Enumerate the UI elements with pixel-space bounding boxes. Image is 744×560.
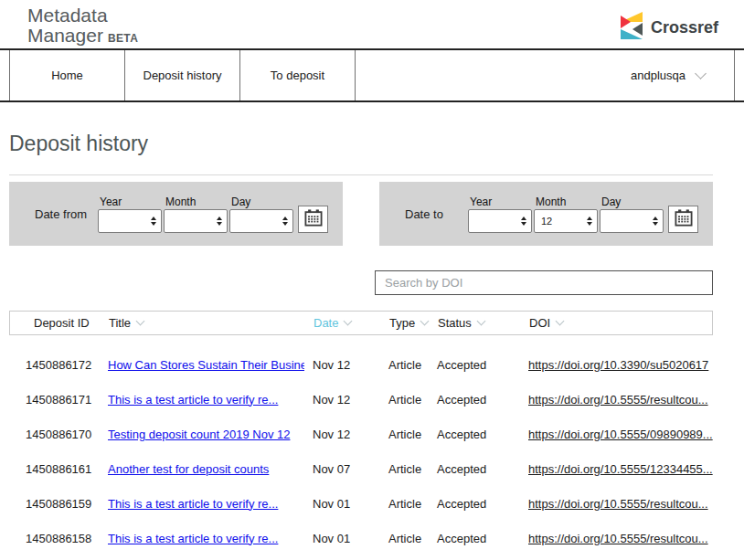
nav-item-home[interactable]: Home <box>9 50 124 100</box>
up-down-arrows-icon <box>653 217 658 226</box>
table-row: 1450886172 How Can Stores Sustain Their … <box>9 347 713 382</box>
date-cell: Nov 12 <box>313 428 388 441</box>
date-from-year-select[interactable] <box>98 209 162 233</box>
chevron-down-icon <box>344 317 353 326</box>
user-menu[interactable]: andplusqa <box>355 50 735 100</box>
username: andplusqa <box>631 69 686 82</box>
column-header-doi[interactable]: DOI <box>529 316 712 330</box>
doi-link[interactable]: https://doi.org/10.5555/resultcou... <box>528 393 713 407</box>
year-label: Year <box>100 195 162 208</box>
date-cell: Nov 01 <box>313 532 388 545</box>
day-label: Day <box>231 195 293 208</box>
date-to-filter: Date to Year Month 12 D <box>379 182 713 246</box>
day-label: Day <box>601 195 664 208</box>
doi-link[interactable]: https://doi.org/10.5555/09890989... <box>528 428 713 441</box>
type-cell: Article <box>388 428 437 441</box>
column-header-date[interactable]: Date <box>314 316 389 330</box>
app-title-line2: Manager <box>27 26 103 46</box>
nav-item-label: To deposit <box>271 69 324 82</box>
date-to-calendar-button[interactable] <box>668 206 698 233</box>
column-header-type[interactable]: Type <box>389 316 438 330</box>
title-link[interactable]: This is a test article to verify re... <box>108 532 304 545</box>
title-link[interactable]: How Can Stores Sustain Their Busine... <box>108 358 304 372</box>
type-cell: Article <box>388 462 437 476</box>
year-label: Year <box>470 195 532 208</box>
crossref-logo: Crossref <box>618 10 718 45</box>
column-header-title[interactable]: Title <box>109 316 314 330</box>
chevron-down-icon <box>695 68 707 79</box>
date-cell: Nov 07 <box>313 462 388 476</box>
date-from-filter: Date from Year Month D <box>9 182 343 246</box>
type-cell: Article <box>388 532 437 545</box>
title-link[interactable]: This is a test article to verify re... <box>108 497 304 511</box>
date-to-year-select[interactable] <box>468 209 532 233</box>
status-cell: Accepted <box>437 428 528 441</box>
table-header: Deposit ID Title Date Type Status DOI <box>9 311 713 335</box>
month-label: Month <box>536 195 598 208</box>
date-to-month-select[interactable]: 12 <box>534 209 598 233</box>
up-down-arrows-icon <box>217 217 222 226</box>
deposit-id-cell: 1450886171 <box>26 393 108 407</box>
chevron-down-icon <box>420 317 430 326</box>
deposit-id-cell: 1450886170 <box>26 428 108 441</box>
column-header-deposit-id: Deposit ID <box>27 316 109 330</box>
nav-item-label: Deposit history <box>143 69 222 82</box>
date-from-day-select[interactable] <box>229 209 293 233</box>
date-from-label: Date from <box>35 207 91 221</box>
deposit-id-cell: 1450886161 <box>26 462 108 476</box>
nav-item-to-deposit[interactable]: To deposit <box>239 50 355 100</box>
title-divider <box>9 174 713 175</box>
type-cell: Article <box>388 393 437 407</box>
up-down-arrows-icon <box>282 217 288 226</box>
calendar-icon <box>675 209 693 229</box>
nav-item-label: Home <box>51 69 83 82</box>
nav-item-deposit-history[interactable]: Deposit history <box>124 50 239 100</box>
type-cell: Article <box>388 497 437 511</box>
status-cell: Accepted <box>437 393 528 407</box>
doi-link[interactable]: https://doi.org/10.3390/su5020617 <box>528 358 713 372</box>
table-row: 1450886158 This is a test article to ver… <box>9 521 713 555</box>
deposit-id-cell: 1450886172 <box>26 358 108 372</box>
up-down-arrows-icon <box>521 217 526 226</box>
crossref-wordmark: Crossref <box>651 18 718 37</box>
table-row: 1450886159 This is a test article to ver… <box>9 486 713 521</box>
date-to-controls: Year Month 12 Day <box>468 195 698 233</box>
chevron-down-icon <box>476 317 485 326</box>
date-to-label: Date to <box>405 207 462 221</box>
calendar-icon <box>304 209 323 229</box>
up-down-arrows-icon <box>587 217 592 226</box>
search-input[interactable] <box>375 270 713 295</box>
doi-link[interactable]: https://doi.org/10.5555/resultcou... <box>528 497 713 511</box>
title-link[interactable]: Another test for deposit counts <box>108 462 304 476</box>
title-link[interactable]: Testing deposit count 2019 Nov 12 <box>108 428 304 441</box>
date-from-calendar-button[interactable] <box>298 206 328 233</box>
table-row: 1450886170 Testing deposit count 2019 No… <box>9 417 713 451</box>
search-row <box>9 270 713 295</box>
month-label: Month <box>165 195 228 208</box>
status-cell: Accepted <box>437 497 528 511</box>
date-from-month-select[interactable] <box>164 209 228 233</box>
title-link[interactable]: This is a test article to verify re... <box>108 393 304 407</box>
status-cell: Accepted <box>437 358 528 372</box>
main-nav: Home Deposit history To deposit andplusq… <box>0 48 744 102</box>
chevron-down-icon <box>556 317 565 326</box>
date-to-day-select[interactable] <box>600 209 664 233</box>
deposit-id-cell: 1450886158 <box>26 532 108 545</box>
column-header-status[interactable]: Status <box>438 316 529 330</box>
table-body: 1450886172 How Can Stores Sustain Their … <box>9 347 713 555</box>
page-title: Deposit history <box>9 132 713 156</box>
beta-badge: BETA <box>108 33 138 44</box>
select-value: 12 <box>541 216 552 227</box>
date-cell: Nov 12 <box>313 393 388 407</box>
table-row: 1450886171 This is a test article to ver… <box>9 382 713 417</box>
type-cell: Article <box>388 358 437 372</box>
app-header: Metadata Manager BETA Crossref <box>0 0 744 48</box>
chevron-down-icon <box>136 317 145 326</box>
doi-link[interactable]: https://doi.org/10.5555/12334455... <box>528 462 713 476</box>
table-row: 1450886161 Another test for deposit coun… <box>9 451 713 486</box>
app-title-line1: Metadata <box>27 5 138 26</box>
status-cell: Accepted <box>437 532 528 545</box>
doi-link[interactable]: https://doi.org/10.5555/resultcou... <box>528 532 713 545</box>
deposit-id-cell: 1450886159 <box>26 497 108 511</box>
date-filters: Date from Year Month D <box>9 182 713 246</box>
